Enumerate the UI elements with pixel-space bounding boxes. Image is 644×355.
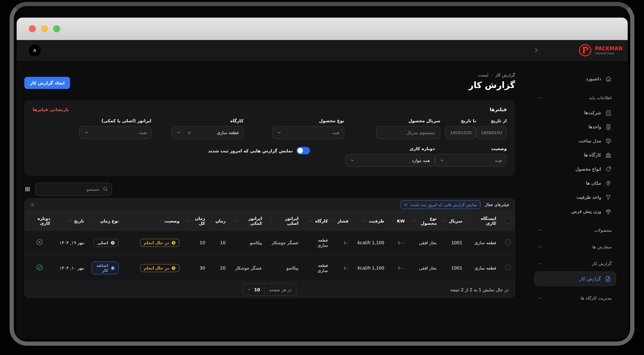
chevron-down-icon xyxy=(176,130,181,135)
sidebar-item-label: کارگاه ها xyxy=(584,152,601,157)
select-all-checkbox[interactable] xyxy=(505,218,511,223)
cell-product_type: بخار افقی xyxy=(409,255,441,281)
clear-workshop-icon[interactable] xyxy=(187,131,191,135)
product-type-select[interactable]: همه xyxy=(272,126,344,139)
sidebar-item-انواع محصول[interactable]: انواع محصول xyxy=(537,162,612,176)
work-reports-table-card: فیلترهای فعال نمایش گزارش هایی که امروز … xyxy=(24,198,515,298)
table-header-row: ایستگاه کاریسریالنوع محصولKWظرفیتفشارکار… xyxy=(25,211,515,231)
workshop-label: کارگاه xyxy=(171,118,243,123)
clear-all-filters-icon[interactable] xyxy=(30,203,35,207)
column-header-status[interactable]: وضعیت xyxy=(123,211,183,231)
column-header-station[interactable]: ایستگاه کاری xyxy=(466,211,500,231)
product-serial-input[interactable] xyxy=(376,126,440,139)
user-avatar[interactable]: A xyxy=(29,44,41,56)
column-header-time[interactable]: زمان xyxy=(209,211,229,231)
column-header-kw[interactable]: KW xyxy=(388,211,409,231)
column-header-capacity[interactable]: ظرفیت xyxy=(352,211,388,231)
create-work-report-button[interactable]: ایجاد گزارش کار xyxy=(24,77,70,89)
today-reports-toggle[interactable] xyxy=(297,147,310,154)
operator-select[interactable]: همه xyxy=(79,126,151,139)
column-label: تاریخ xyxy=(74,219,84,223)
sidebar-item-label: داشبورد xyxy=(586,76,601,81)
row-checkbox[interactable] xyxy=(505,265,511,270)
active-filter-chip[interactable]: نمایش گزارش هایی که امروز ثبت شدند xyxy=(400,200,481,209)
column-label: وضعیت xyxy=(164,219,179,223)
chevron-down-icon xyxy=(270,219,274,223)
column-header-total_time[interactable]: زمان کل xyxy=(183,211,209,231)
cell-station: قطعه سازی xyxy=(466,231,500,255)
zoom-window-button[interactable] xyxy=(53,25,60,32)
workshop-value: قطعه سازی xyxy=(217,130,239,135)
sidebar-item-شرکت‌ها[interactable]: شرکت‌ها xyxy=(537,106,612,120)
chevron-down-icon xyxy=(233,219,237,223)
pin-icon xyxy=(605,180,612,187)
sidebar-collapse-chevron-icon[interactable] xyxy=(532,46,541,55)
workshop-select[interactable]: قطعه سازی xyxy=(171,126,243,139)
sidebar-section-مدیریت کارگاه ها[interactable]: مدیریت کارگاه ها xyxy=(537,293,612,303)
minimize-window-button[interactable] xyxy=(41,25,48,32)
clock-icon xyxy=(171,240,176,245)
units-icon xyxy=(605,124,612,130)
cell-time: 10 xyxy=(209,231,229,255)
remove-filter-icon[interactable] xyxy=(404,203,408,206)
building-icon xyxy=(605,109,612,116)
chevron-down-icon xyxy=(247,287,251,292)
chevron-down-icon xyxy=(277,130,282,135)
column-header-serial[interactable]: سریال xyxy=(441,211,466,231)
column-label: اپراتور اصلی xyxy=(276,216,298,226)
product-type-value: همه xyxy=(332,130,339,135)
columns-icon[interactable] xyxy=(24,186,31,192)
sidebar-section-اطلاعات پایه[interactable]: اطلاعات پایه xyxy=(537,93,612,102)
rework-select[interactable]: همه موارد xyxy=(345,154,435,167)
sidebar-item-واحدها[interactable]: واحدها xyxy=(537,120,612,134)
column-header-select xyxy=(500,211,515,231)
per-page-select[interactable]: در هر صفحه 10 xyxy=(243,284,297,296)
status-select[interactable]: همه xyxy=(435,154,507,167)
column-label: ایستگاه کاری xyxy=(476,216,496,226)
time_type-badge: اضافه کار xyxy=(92,262,119,274)
scale-icon xyxy=(605,208,612,215)
sidebar-item-مکان ها[interactable]: مکان ها xyxy=(537,176,612,190)
column-label: دوباره کاری xyxy=(28,216,50,226)
column-header-workshop[interactable]: کارگاه xyxy=(302,211,332,231)
row-checkbox[interactable] xyxy=(505,239,511,245)
sidebar-section-label: گزارش کار xyxy=(592,261,612,266)
column-header-time_type[interactable]: نوع زمان xyxy=(88,211,123,231)
column-header-pressure[interactable]: فشار xyxy=(332,211,352,231)
column-header-main_operator[interactable]: اپراتور اصلی xyxy=(266,211,302,231)
chevron-down-icon xyxy=(94,219,98,223)
column-label: اپراتور کمکی xyxy=(239,216,262,226)
sidebar-item-داشبورد[interactable]: داشبورد xyxy=(537,72,612,86)
active-filters-row: فیلترهای فعال نمایش گزارش هایی که امروز … xyxy=(25,198,515,211)
filter-operator: اپراتور (اصلی یا کمکی) همه xyxy=(79,118,151,139)
sidebar-section-گزارش کار[interactable]: گزارش کار xyxy=(537,259,612,268)
packman-logo-icon xyxy=(578,43,592,57)
sidebar-item-کارگاه ها[interactable]: کارگاه ها xyxy=(537,148,612,162)
chevron-down-icon xyxy=(209,219,213,223)
close-window-button[interactable] xyxy=(29,25,36,32)
from-date-label: از تاریخ xyxy=(476,118,507,123)
tag-icon xyxy=(605,166,612,173)
sidebar-item-مدل ساخت[interactable]: مدل ساخت xyxy=(537,134,612,148)
sidebar-item-واحد ظرفیت[interactable]: واحد ظرفیت xyxy=(537,190,612,204)
status-label: وضعیت xyxy=(435,146,507,151)
clock-icon xyxy=(171,266,176,270)
sidebar-item-label: انواع محصول xyxy=(575,166,601,172)
reset-filters-button[interactable]: بازنشانی فیلترها xyxy=(33,107,69,112)
cell-serial: 1001 xyxy=(441,231,466,255)
cell-time: 20 xyxy=(209,255,229,281)
column-header-date[interactable]: تاریخ xyxy=(54,211,88,231)
column-header-aux_operator[interactable]: اپراتور کمکی xyxy=(229,211,266,231)
cell-serial: 1001 xyxy=(441,255,466,281)
breadcrumb-parent[interactable]: گزارش کار xyxy=(495,72,515,77)
sidebar-item-label: گزارش کار xyxy=(579,276,601,281)
sidebar-item-وزن پیش فرض[interactable]: وزن پیش فرض xyxy=(537,204,612,218)
sidebar-section-محصولات[interactable]: محصولات xyxy=(537,225,612,235)
sidebar-item-گزارش کار[interactable]: گزارش کار xyxy=(534,271,616,286)
per-page-value: 10 xyxy=(254,287,260,292)
to-date-input[interactable] xyxy=(445,126,476,139)
search-input[interactable] xyxy=(35,183,112,196)
sidebar-section-سفارش ها[interactable]: سفارش ها xyxy=(537,242,612,252)
from-date-input[interactable] xyxy=(476,126,507,139)
column-header-product_type[interactable]: نوع محصول xyxy=(409,211,441,231)
